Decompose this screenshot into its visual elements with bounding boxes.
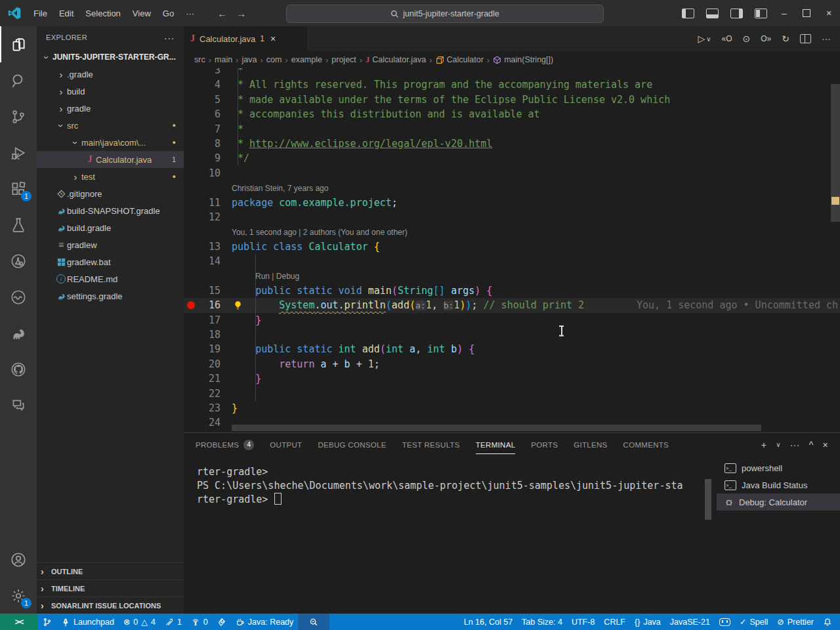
tree-item-junit5-jupiter-starter-gr-[interactable]: ›JUNIT5-JUPITER-STARTER-GR... xyxy=(37,49,184,66)
customize-layout-icon[interactable] xyxy=(755,9,767,18)
explorer-more-actions-icon[interactable]: ··· xyxy=(164,32,175,43)
toggle-panel-icon[interactable] xyxy=(706,9,719,18)
sonarlint-icon[interactable] xyxy=(0,279,37,315)
menu-view[interactable]: View xyxy=(127,6,157,21)
tree-item-gradlew-bat[interactable]: gradlew.bat xyxy=(37,253,184,270)
lightbulb-icon[interactable] xyxy=(233,300,243,310)
horizontal-scrollbar[interactable] xyxy=(232,425,761,431)
tree-item-build-snapshot-gradle[interactable]: build-SNAPSHOT.gradle xyxy=(37,202,184,219)
github-icon[interactable] xyxy=(0,351,37,387)
codelens-text[interactable]: Run | Debug xyxy=(232,268,840,283)
breadcrumb-calculator-java[interactable]: JCalculator.java xyxy=(366,55,426,65)
menu-selection[interactable]: Selection xyxy=(79,6,126,21)
copilot-button[interactable] xyxy=(715,614,735,630)
jdk-selector[interactable]: JavaSE-21 xyxy=(665,614,715,630)
breakpoint-lane[interactable] xyxy=(184,415,198,430)
toggle-secondary-sidebar-icon[interactable] xyxy=(730,9,743,18)
editor-more-actions-icon[interactable]: ··· xyxy=(822,33,831,44)
tree-item-gradle[interactable]: ›gradle xyxy=(37,100,184,117)
tree-item-build-gradle[interactable]: build.gradle xyxy=(37,219,184,236)
tree-item--gitignore[interactable]: .gitignore xyxy=(37,185,184,202)
spell-checker-button[interactable]: ✓Spell xyxy=(735,614,772,630)
panel-tab-comments[interactable]: COMMENTS xyxy=(623,433,669,456)
tree-item-test[interactable]: ›test● xyxy=(37,168,184,185)
panel-tab-terminal[interactable]: TERMINAL xyxy=(476,433,516,456)
breadcrumb-src[interactable]: src xyxy=(194,55,205,64)
remote-indicator[interactable]: >< xyxy=(0,614,38,630)
menu-edit[interactable]: Edit xyxy=(53,6,79,21)
launchpad-button[interactable]: Launchpad xyxy=(56,614,119,630)
tree-item-readme-md[interactable]: iREADME.md xyxy=(37,270,184,287)
tree-item-calculator-java[interactable]: JCalculator.java1 xyxy=(37,151,184,168)
menu-[interactable]: ··· xyxy=(180,6,200,21)
terminal-list-item-powershell[interactable]: >_powershell xyxy=(717,459,840,476)
terminal-dropdown-icon[interactable]: ∨ xyxy=(776,441,781,448)
toggle-primary-sidebar-icon[interactable] xyxy=(682,9,694,18)
source-control-graph-button[interactable] xyxy=(38,614,56,630)
breakpoint-lane[interactable] xyxy=(184,77,198,92)
breakpoint-lane[interactable] xyxy=(184,93,198,107)
settings-gear-icon[interactable]: 1 xyxy=(0,578,37,614)
section-outline[interactable]: ›OUTLINE xyxy=(37,562,184,579)
panel-tab-output[interactable]: OUTPUT xyxy=(270,433,302,456)
breakpoint-lane[interactable] xyxy=(184,224,198,239)
section-sonarlint-issues[interactable]: ›SONARLINT ISSUE LOCATIONS xyxy=(37,597,184,614)
testing-icon[interactable] xyxy=(0,207,37,243)
breakpoint-lane[interactable] xyxy=(184,284,198,298)
comments-icon[interactable] xyxy=(0,387,37,423)
gitlens-next-change-icon[interactable]: O» xyxy=(761,34,771,43)
prettier-button[interactable]: ⊘Prettier xyxy=(772,614,818,630)
terminal-output[interactable]: rter-gradle>PS C:\Users\sheche\Documents… xyxy=(184,456,717,614)
menu-file[interactable]: File xyxy=(28,6,53,21)
tree-item-build[interactable]: ›build xyxy=(37,83,184,100)
encoding[interactable]: UTF-8 xyxy=(567,614,599,630)
java-test-runner-icon[interactable] xyxy=(0,243,37,279)
eol-selector[interactable]: CRLF xyxy=(599,614,630,630)
panel-tab-debug-console[interactable]: DEBUG CONSOLE xyxy=(318,433,386,456)
codelens-text[interactable]: Christian Stein, 7 years ago xyxy=(232,180,840,195)
terminal-list-item-debug-calculator[interactable]: Debug: Calculator xyxy=(717,494,840,511)
maximize-button[interactable] xyxy=(795,0,818,26)
minimize-button[interactable]: – xyxy=(773,0,795,26)
breakpoint-lane[interactable] xyxy=(184,166,198,180)
account-icon[interactable] xyxy=(0,541,37,578)
terminal-list-item-java-build-status[interactable]: >_Java Build Status xyxy=(717,476,840,494)
breadcrumb-project[interactable]: project xyxy=(331,55,356,64)
run-and-debug-icon[interactable] xyxy=(0,135,37,171)
tree-item-main-java-com-[interactable]: ›main\java\com\...● xyxy=(37,134,184,151)
search-view-icon[interactable] xyxy=(0,62,37,98)
menu-go[interactable]: Go xyxy=(157,6,180,21)
tab-calculator-java[interactable]: J Calculator.java 1 × xyxy=(184,26,307,51)
tab-size[interactable]: Tab Size: 4 xyxy=(517,614,567,630)
breakpoint-lane[interactable] xyxy=(184,107,198,121)
breadcrumb-main[interactable]: main xyxy=(215,55,232,64)
breakpoint-lane[interactable] xyxy=(184,254,198,268)
breakpoint-lane[interactable] xyxy=(184,313,198,327)
breakpoint-lane[interactable] xyxy=(184,180,198,195)
code-editor[interactable]: 3 *4 * All rights reserved. This program… xyxy=(184,68,840,432)
terminal-scrollbar[interactable] xyxy=(705,479,711,520)
breadcrumb-calculator[interactable]: Calculator xyxy=(436,55,484,64)
maximize-panel-icon[interactable]: ^ xyxy=(809,440,814,450)
explorer-icon[interactable] xyxy=(0,26,37,62)
codelens-row[interactable]: You, 1 second ago | 2 authors (You and o… xyxy=(184,224,840,239)
breakpoint-lane[interactable] xyxy=(184,401,198,415)
breakpoint-lane[interactable] xyxy=(184,136,198,151)
panel-tab-ports[interactable]: PORTS xyxy=(531,433,558,456)
codelens-row[interactable]: Christian Stein, 7 years ago xyxy=(184,180,840,195)
sonar-status-button[interactable] xyxy=(213,614,231,630)
codelens-row[interactable]: Run | Debug xyxy=(184,268,840,283)
nav-back-icon[interactable]: ← xyxy=(217,8,227,19)
breadcrumb-com[interactable]: com xyxy=(266,55,282,64)
new-terminal-icon[interactable]: + xyxy=(761,440,766,450)
close-button[interactable]: × xyxy=(818,0,840,26)
breakpoint-lane[interactable] xyxy=(184,122,198,136)
problems-button[interactable]: ⊗0 △4 xyxy=(119,614,160,630)
zoom-status-button[interactable] xyxy=(298,614,329,630)
tab-close-icon[interactable]: × xyxy=(270,33,276,44)
breakpoint-lane[interactable] xyxy=(184,327,198,342)
breadcrumb-example[interactable]: example xyxy=(291,55,322,64)
breakpoint-lane[interactable] xyxy=(184,68,198,77)
breakpoint-lane[interactable] xyxy=(184,357,198,371)
cursor-position[interactable]: Ln 16, Col 57 xyxy=(459,614,517,630)
